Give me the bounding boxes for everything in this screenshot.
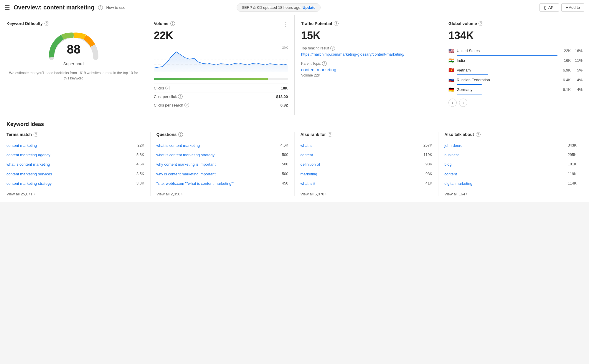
list-item: content marketing agency 5.8K <box>6 150 144 160</box>
ki-vol: 450 <box>279 181 288 185</box>
gv-card-label: Global volume ? <box>448 21 583 26</box>
list-item: marketing 98K <box>301 169 433 179</box>
list-item: content marketing strategy 3.3K <box>6 179 144 188</box>
cps-help-icon[interactable]: ? <box>184 103 189 107</box>
header: ☰ Overview: content marketing ? How to u… <box>0 0 589 15</box>
top-ranking-help-icon[interactable]: ? <box>330 46 335 51</box>
also-rank-help-icon[interactable]: ? <box>328 132 332 137</box>
list-item: what is content marketing strategy 500 <box>156 150 288 160</box>
ki-keyword-link[interactable]: content marketing strategy <box>6 181 52 186</box>
questions-view-all[interactable]: View all 2,356 › <box>156 192 288 196</box>
ki-vol: 41K <box>423 181 432 185</box>
clicks-label-text: Clicks <box>154 86 164 90</box>
volume-help-icon[interactable]: ? <box>170 21 175 26</box>
parent-topic-volume: Volume 22K <box>301 73 435 77</box>
ki-keyword-link[interactable]: content <box>444 172 457 177</box>
gv-help-icon[interactable]: ? <box>479 21 483 26</box>
country-row: 🇮🇳 India 16K 11% <box>448 56 583 65</box>
how-to-use-link[interactable]: How to use <box>106 5 126 10</box>
cpc-value: $18.00 <box>276 94 288 99</box>
also-talk-items: john deere 343K business 295K blog 181K … <box>444 141 577 188</box>
ki-keyword-link[interactable]: marketing <box>301 172 317 177</box>
parent-topic-link[interactable]: content marketing <box>301 67 435 72</box>
ki-vol: 119K <box>420 152 432 157</box>
parent-topic-help-icon[interactable]: ? <box>322 61 327 66</box>
ki-keyword-link[interactable]: why is content marketing important <box>156 172 216 177</box>
list-item: digital marketing 114K <box>444 179 577 188</box>
tp-help-icon[interactable]: ? <box>334 21 339 26</box>
questions-items: what is content marketing 4.6K what is c… <box>156 141 288 188</box>
ki-vol: 4.6K <box>133 162 144 166</box>
top-ranking-label: Top ranking result ? <box>301 46 435 51</box>
volume-card: Volume ? 22K ⋮ 39K <box>147 15 294 115</box>
gv-number: 134K <box>448 29 583 42</box>
volume-dots-menu[interactable]: ⋮ <box>283 21 288 28</box>
cpc-label-text: Cost per click <box>154 94 177 99</box>
prev-arrow[interactable]: ‹ <box>448 99 457 107</box>
kd-label-text: Keyword Difficulty <box>6 21 43 26</box>
menu-icon[interactable]: ☰ <box>5 4 10 11</box>
ki-keyword-link[interactable]: content marketing <box>6 143 37 148</box>
ki-keyword-link[interactable]: what is content marketing <box>6 162 50 167</box>
also-talk-help-icon[interactable]: ? <box>476 132 481 137</box>
ki-keyword-link[interactable]: what is <box>301 143 312 148</box>
country-row: 🇻🇳 Vietnam 6.9K 5% <box>448 66 583 74</box>
ki-keyword-link[interactable]: john deere <box>444 143 462 148</box>
api-brackets-icon: {} <box>544 5 547 10</box>
api-button[interactable]: {} API <box>539 3 559 12</box>
parent-topic-label: Parent Topic ? <box>301 61 435 66</box>
ki-vol: 98K <box>423 172 432 176</box>
ki-vol: 5.8K <box>133 152 144 157</box>
ki-vol: 257K <box>420 143 432 147</box>
next-arrow[interactable]: › <box>459 99 467 107</box>
also-rank-view-all[interactable]: View all 5,378 › <box>301 192 433 196</box>
ki-keyword-link[interactable]: business <box>444 152 459 158</box>
volume-metrics: Clicks ? 18K Cost per click ? $18.00 Cli… <box>154 84 288 109</box>
ki-keyword-link[interactable]: "site: webfx.com ""what is content marke… <box>156 181 234 186</box>
terms-match-help-icon[interactable]: ? <box>34 132 38 137</box>
country-flag: 🇩🇪 <box>448 87 454 92</box>
cpc-help-icon[interactable]: ? <box>178 94 183 99</box>
terms-match-chevron: › <box>34 192 35 196</box>
ki-keyword-link[interactable]: what is content marketing strategy <box>156 152 215 158</box>
list-item: content marketing services 3.5K <box>6 169 144 179</box>
ki-keyword-link[interactable]: content marketing services <box>6 172 52 177</box>
add-label: + Add to <box>566 5 580 10</box>
clicks-help-icon[interactable]: ? <box>165 86 170 90</box>
also-talk-view-all[interactable]: View all 164 › <box>444 192 577 196</box>
also-rank-view-all-text: View all <box>301 192 314 196</box>
ki-keyword-link[interactable]: what is content marketing <box>156 143 200 148</box>
cps-metric: Clicks per search ? 0.82 <box>154 101 288 109</box>
country-flag: 🇮🇳 <box>448 58 454 63</box>
ki-keyword-link[interactable]: content marketing agency <box>6 152 50 158</box>
country-row: 🇷🇺 Russian Federation 6.4K 4% <box>448 76 583 84</box>
ki-vol: 4.6K <box>278 143 288 147</box>
ki-keyword-link[interactable]: content <box>301 152 313 158</box>
update-link[interactable]: Update <box>303 5 316 10</box>
list-item: blog 181K <box>444 160 577 169</box>
list-item: content 119K <box>444 169 577 179</box>
ki-keyword-link[interactable]: why content marketing is important <box>156 162 216 167</box>
top-ranking-url[interactable]: https://mailchimp.com/marketing-glossary… <box>301 52 435 57</box>
questions-help-icon[interactable]: ? <box>178 132 183 137</box>
ki-keyword-link[interactable]: what is it <box>301 181 316 186</box>
list-item: business 295K <box>444 150 577 160</box>
cpc-label: Cost per click ? <box>154 94 183 99</box>
ki-keyword-link[interactable]: digital marketing <box>444 181 472 186</box>
list-item: definition of 98K <box>301 160 433 169</box>
volume-card-label: Volume ? <box>154 21 175 26</box>
also-rank-items: what is 257K content 119K definition of … <box>301 141 433 188</box>
country-row: 🇩🇪 Germany 6.1K 4% <box>448 85 583 94</box>
gauge-container: 88 Super hard <box>6 29 141 66</box>
volume-chart: 39K <box>154 46 288 75</box>
add-to-button[interactable]: + Add to <box>561 3 584 12</box>
clicks-value: 18K <box>281 86 288 90</box>
ki-keyword-link[interactable]: definition of <box>301 162 320 167</box>
terms-match-view-all[interactable]: View all 25,071 › <box>6 192 144 196</box>
volume-line-chart <box>154 46 288 72</box>
header-help-icon[interactable]: ? <box>98 5 103 10</box>
ki-keyword-link[interactable]: blog <box>444 162 452 167</box>
kd-help-icon[interactable]: ? <box>44 21 49 26</box>
tp-card-label: Traffic Potential ? <box>301 21 435 26</box>
also-rank-header-text: Also rank for <box>301 132 326 137</box>
